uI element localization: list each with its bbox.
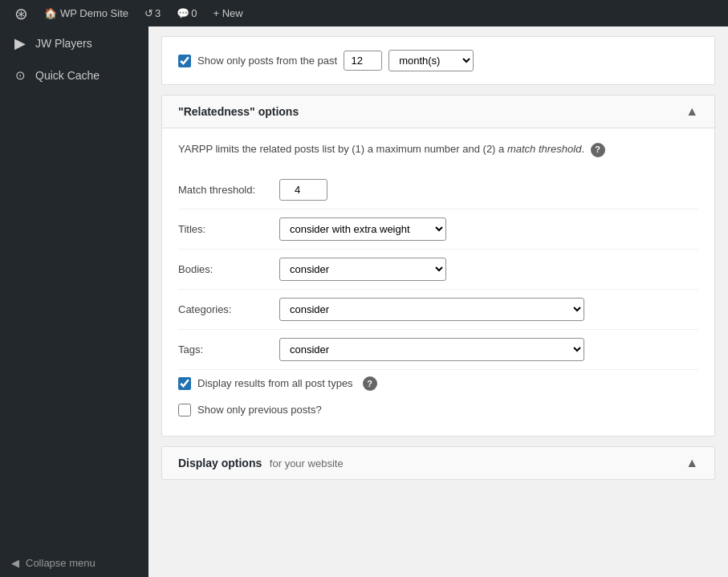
- tags-select[interactable]: consider consider with extra weight do n…: [279, 338, 584, 361]
- new-label: + New: [213, 7, 242, 19]
- sidebar: ▶ JW Players ⊙ Quick Cache ◀ Collapse me…: [0, 26, 148, 577]
- titles-select[interactable]: consider with extra weight consider do n…: [279, 217, 446, 241]
- show-posts-label: Show only posts from the past: [197, 55, 337, 67]
- relatedness-title: "Relatedness" options: [178, 105, 299, 118]
- wp-logo-icon: ⊛: [14, 4, 28, 23]
- match-threshold-row: Match threshold:: [178, 171, 698, 209]
- wp-logo-button[interactable]: ⊛: [6, 0, 36, 26]
- display-options-title: Display options: [178, 457, 262, 469]
- show-posts-row: Show only posts from the past month(s) d…: [162, 37, 714, 84]
- bodies-label: Bodies:: [178, 263, 266, 275]
- titles-row: Titles: consider with extra weight consi…: [178, 209, 698, 250]
- main-layout: ▶ JW Players ⊙ Quick Cache ◀ Collapse me…: [0, 26, 728, 577]
- sidebar-label-jw-players: JW Players: [35, 37, 92, 50]
- site-name-label: WP Demo Site: [60, 7, 128, 19]
- display-options-title-row: Display options for your website: [178, 457, 344, 469]
- posts-unit-select[interactable]: month(s) day(s) week(s) year(s): [388, 50, 474, 71]
- site-name-button[interactable]: 🏠 WP Demo Site: [36, 0, 136, 26]
- cache-icon: ⊙: [11, 68, 29, 83]
- comments-button[interactable]: 💬 0: [169, 0, 205, 26]
- show-posts-checkbox[interactable]: [178, 55, 191, 67]
- relatedness-body: YARPP limits the related posts list by (…: [162, 128, 714, 436]
- relatedness-description: YARPP limits the related posts list by (…: [178, 141, 698, 158]
- show-posts-card: Show only posts from the past month(s) d…: [161, 36, 715, 85]
- match-threshold-label: Match threshold:: [178, 184, 266, 196]
- display-options-collapse-button[interactable]: ▲: [685, 457, 698, 469]
- display-options-subtitle: for your website: [270, 457, 344, 469]
- comments-icon: 💬: [177, 7, 189, 19]
- previous-posts-label: Show only previous posts?: [197, 404, 322, 416]
- categories-select[interactable]: consider consider with extra weight do n…: [279, 298, 584, 321]
- content-area: Show only posts from the past month(s) d…: [148, 26, 728, 577]
- collapse-menu-button[interactable]: ◀ Collapse menu: [0, 549, 148, 577]
- bodies-row: Bodies: consider consider with extra wei…: [178, 250, 698, 290]
- bodies-select[interactable]: consider consider with extra weight do n…: [279, 258, 446, 281]
- sidebar-label-quick-cache: Quick Cache: [35, 69, 100, 82]
- match-threshold-input[interactable]: [279, 179, 327, 201]
- all-post-types-help-icon[interactable]: ?: [363, 376, 377, 391]
- all-post-types-label: Display results from all post types: [197, 377, 353, 389]
- description-help-icon[interactable]: ?: [591, 143, 605, 157]
- tags-row: Tags: consider consider with extra weigh…: [178, 330, 698, 370]
- admin-bar: ⊛ 🏠 WP Demo Site ↺ 3 💬 0 + New: [0, 0, 728, 26]
- desc-part2: .: [581, 143, 584, 155]
- display-options-card: Display options for your website ▲: [161, 446, 715, 480]
- updates-count: 3: [155, 7, 161, 19]
- sidebar-item-quick-cache[interactable]: ⊙ Quick Cache: [0, 60, 148, 91]
- desc-part1: YARPP limits the related posts list by (…: [178, 143, 507, 155]
- tags-label: Tags:: [178, 343, 266, 356]
- updates-icon: ↺: [144, 7, 153, 19]
- categories-row: Categories: consider consider with extra…: [178, 290, 698, 330]
- previous-posts-row: Show only previous posts?: [178, 397, 698, 423]
- relatedness-collapse-button[interactable]: ▲: [685, 105, 698, 118]
- collapse-arrow-icon: ◀: [11, 557, 19, 569]
- all-post-types-checkbox[interactable]: [178, 377, 191, 390]
- sidebar-item-jw-players[interactable]: ▶ JW Players: [0, 26, 148, 60]
- all-post-types-row: Display results from all post types ?: [178, 370, 698, 397]
- categories-label: Categories:: [178, 303, 266, 315]
- relatedness-card: "Relatedness" options ▲ YARPP limits the…: [161, 95, 715, 437]
- updates-button[interactable]: ↺ 3: [136, 0, 169, 26]
- desc-italic: match threshold: [507, 143, 582, 155]
- relatedness-header: "Relatedness" options ▲: [162, 95, 714, 128]
- play-icon: ▶: [11, 35, 29, 52]
- collapse-label: Collapse menu: [26, 557, 96, 569]
- previous-posts-checkbox[interactable]: [178, 404, 191, 416]
- new-content-button[interactable]: + New: [205, 0, 250, 26]
- house-icon: 🏠: [44, 7, 57, 19]
- posts-number-input[interactable]: [344, 51, 382, 71]
- titles-label: Titles:: [178, 223, 266, 235]
- comments-count: 0: [191, 7, 197, 19]
